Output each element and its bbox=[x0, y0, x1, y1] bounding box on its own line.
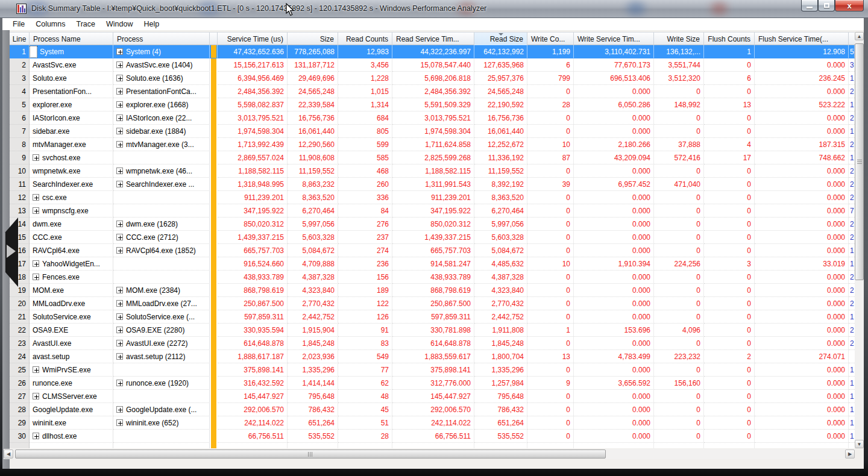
cell-value[interactable]: 84 bbox=[338, 204, 392, 218]
cell-io-bar[interactable] bbox=[210, 204, 218, 218]
cell-value[interactable]: 0 bbox=[704, 244, 755, 257]
cell-value[interactable]: 12,983 bbox=[338, 45, 392, 58]
cell-value[interactable]: 0 bbox=[704, 297, 755, 310]
cell-value[interactable]: 274.071 bbox=[755, 350, 849, 363]
cell-process-name[interactable]: OSA9.EXE bbox=[30, 324, 113, 337]
cell-value[interactable]: 25,957,376 bbox=[474, 72, 527, 85]
cell-line[interactable]: 20 bbox=[10, 297, 30, 310]
cell-value[interactable]: 5,591,509.329 bbox=[392, 98, 474, 111]
cell-value[interactable]: 0 bbox=[527, 85, 574, 98]
cell-value[interactable]: 0.000 bbox=[755, 337, 849, 350]
cell-value[interactable]: 2,023,936 bbox=[288, 350, 338, 363]
menu-item-columns[interactable]: Columns bbox=[30, 19, 71, 30]
cell-value[interactable]: 0 bbox=[654, 231, 704, 244]
cell-value[interactable]: 1,911,808 bbox=[474, 324, 527, 337]
cell-io-bar[interactable] bbox=[210, 350, 218, 363]
cell-value[interactable]: 3,551,744 bbox=[654, 58, 704, 72]
cell-value[interactable]: 795,648 bbox=[288, 390, 338, 403]
cell-process[interactable]: MMLoadDrv.exe (27... bbox=[113, 297, 210, 310]
scroll-right-icon[interactable]: ▶ bbox=[845, 449, 855, 459]
cell-value[interactable]: 316,432.592 bbox=[218, 377, 288, 390]
cell-value[interactable] bbox=[474, 443, 527, 448]
cell-value[interactable]: 77,670.173 bbox=[574, 58, 654, 72]
cell-value[interactable]: 1,311,991.543 bbox=[392, 178, 474, 191]
cell-value[interactable]: 0.000 bbox=[574, 204, 654, 218]
cell-value[interactable]: 1,974,598.304 bbox=[392, 125, 474, 138]
cell-value[interactable]: 2 bbox=[704, 350, 755, 363]
cell-value[interactable]: 189 bbox=[338, 284, 392, 297]
cell-process[interactable] bbox=[113, 430, 210, 443]
cell-io-bar[interactable] bbox=[210, 443, 218, 448]
cell-process-name[interactable]: runonce.exe bbox=[30, 377, 113, 390]
cell-value[interactable]: 799 bbox=[527, 72, 574, 85]
cell-partial[interactable]: 1 bbox=[849, 244, 855, 257]
cell-value[interactable]: 5,603,328 bbox=[474, 231, 527, 244]
cell-value[interactable]: 0.000 bbox=[755, 271, 849, 284]
cell-value[interactable]: 1 bbox=[527, 324, 574, 337]
cell-process-name[interactable]: MMLoadDrv.exe bbox=[30, 297, 113, 310]
cell-process-name[interactable]: WmiPrvSE.exe bbox=[30, 363, 113, 377]
table-row[interactable]: 20MMLoadDrv.exeMMLoadDrv.exe (27...250,8… bbox=[10, 297, 855, 310]
cell-value[interactable]: 292,006.570 bbox=[218, 403, 288, 416]
cell-value[interactable]: 0 bbox=[527, 244, 574, 257]
cell-value[interactable]: 6,270,464 bbox=[474, 204, 527, 218]
cell-value[interactable]: 3,656.592 bbox=[574, 377, 654, 390]
cell-value[interactable]: 1,335,296 bbox=[474, 363, 527, 377]
cell-value[interactable]: 0 bbox=[704, 337, 755, 350]
cell-value[interactable]: 0 bbox=[527, 218, 574, 231]
cell-partial[interactable]: 7 bbox=[849, 204, 855, 218]
cell-value[interactable]: 4,485,632 bbox=[474, 257, 527, 271]
cell-value[interactable]: 0.000 bbox=[755, 416, 849, 430]
cell-process-name[interactable]: GoogleUpdate.exe bbox=[30, 403, 113, 416]
cell-value[interactable]: 0.000 bbox=[574, 363, 654, 377]
cell-value[interactable] bbox=[654, 443, 704, 448]
cell-value[interactable]: 10 bbox=[527, 257, 574, 271]
expander-icon[interactable] bbox=[116, 234, 123, 240]
cell-value[interactable]: 1,915,904 bbox=[288, 324, 338, 337]
expander-icon[interactable] bbox=[116, 61, 123, 68]
cell-process[interactable]: SolutoService.exe (... bbox=[113, 310, 210, 324]
cell-value[interactable]: 8,392,192 bbox=[474, 178, 527, 191]
cell-value[interactable]: 131,187,712 bbox=[288, 58, 338, 72]
cell-value[interactable]: 572,416 bbox=[654, 151, 704, 164]
cell-partial[interactable] bbox=[849, 350, 855, 363]
cell-value[interactable]: 6,050.286 bbox=[574, 98, 654, 111]
table-row[interactable]: 30dllhost.exe66,756.511535,5522866,756.5… bbox=[10, 430, 855, 443]
table-row[interactable]: 12csc.exe911,239.2018,363,520336911,239.… bbox=[10, 191, 855, 204]
cell-value[interactable]: 126 bbox=[338, 310, 392, 324]
cell-value[interactable]: 48 bbox=[338, 390, 392, 403]
cell-line[interactable]: 7 bbox=[10, 125, 30, 138]
table-row[interactable]: 21SolutoService.exeSolutoService.exe (..… bbox=[10, 310, 855, 324]
cell-value[interactable]: 1,845,248 bbox=[288, 337, 338, 350]
table-row[interactable]: 25WmiPrvSE.exe375,898.1411,335,29677375,… bbox=[10, 363, 855, 377]
cell-value[interactable]: 599 bbox=[338, 138, 392, 151]
table-row[interactable]: 26runonce.exerunonce.exe (1920)316,432.5… bbox=[10, 377, 855, 390]
cell-value[interactable]: 850,020.312 bbox=[218, 218, 288, 231]
cell-value[interactable] bbox=[288, 443, 338, 448]
cell-value[interactable]: 0 bbox=[654, 416, 704, 430]
cell-value[interactable]: 5,598,082.837 bbox=[218, 98, 288, 111]
cell-io-bar[interactable] bbox=[210, 257, 218, 271]
table-row[interactable]: 11SearchIndexer.exeSearchIndexer.exe ...… bbox=[10, 178, 855, 191]
cell-value[interactable]: 0 bbox=[654, 164, 704, 178]
cell-value[interactable]: 6,270,464 bbox=[288, 204, 338, 218]
cell-value[interactable]: 22,190,592 bbox=[474, 98, 527, 111]
cell-value[interactable]: 11,908,608 bbox=[288, 151, 338, 164]
cell-value[interactable]: 11,159,552 bbox=[288, 164, 338, 178]
cell-value[interactable]: 665,757.703 bbox=[392, 244, 474, 257]
cell-io-bar[interactable] bbox=[210, 363, 218, 377]
cell-io-bar[interactable] bbox=[210, 310, 218, 324]
cell-value[interactable]: 0 bbox=[704, 125, 755, 138]
cell-line[interactable]: 8 bbox=[10, 138, 30, 151]
cell-value[interactable]: 0 bbox=[527, 125, 574, 138]
cell-partial[interactable]: 2 bbox=[849, 138, 855, 151]
cell-value[interactable]: 0.000 bbox=[574, 430, 654, 443]
cell-line[interactable]: 6 bbox=[10, 111, 30, 125]
cell-value[interactable]: 66,756.511 bbox=[392, 430, 474, 443]
cell-value[interactable]: 12,290,560 bbox=[288, 138, 338, 151]
cell-process[interactable] bbox=[113, 151, 210, 164]
expander-icon[interactable] bbox=[33, 154, 39, 161]
cell-process-name[interactable]: Soluto.exe bbox=[30, 72, 113, 85]
cell-value[interactable]: 16,061,440 bbox=[288, 125, 338, 138]
expander-icon[interactable] bbox=[33, 274, 39, 280]
